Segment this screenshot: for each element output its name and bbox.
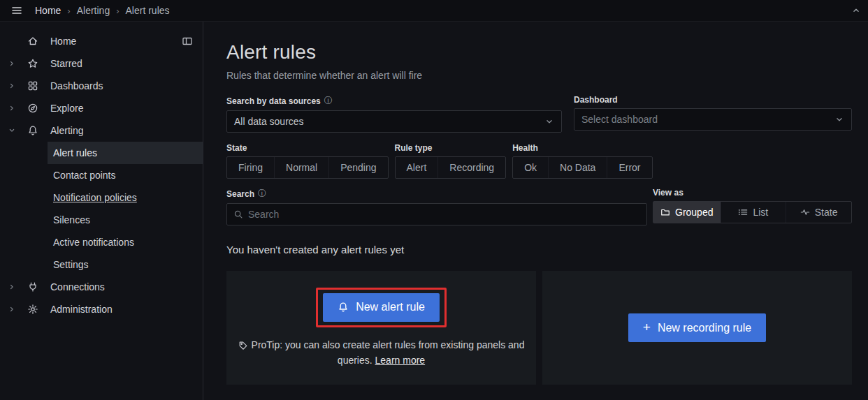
datasource-select[interactable]: All data sources — [226, 110, 562, 133]
folder-icon — [660, 207, 670, 217]
viewas-option-list[interactable]: List — [721, 202, 786, 223]
sidebar-item-explore[interactable]: Explore — [0, 97, 203, 119]
viewas-option-grouped[interactable]: Grouped — [653, 202, 721, 223]
viewas-label: View as — [653, 188, 852, 198]
info-icon: ⓘ — [258, 188, 266, 200]
chevron-down-icon — [544, 117, 554, 126]
page-title: Alert rules — [226, 41, 852, 64]
tag-icon — [238, 341, 248, 350]
sidebar-item-connections[interactable]: Connections — [0, 276, 203, 298]
label-text: Search by data sources — [226, 96, 321, 106]
dashboard-select-placeholder: Select dashboard — [581, 114, 834, 125]
new-alert-rule-panel: New alert rule ProTip: you can also crea… — [226, 271, 536, 385]
top-bar: Home › Alerting › Alert rules — [0, 0, 868, 22]
sidebar-item-label: Active notifications — [53, 237, 134, 248]
sidebar-item-home[interactable]: Home — [0, 30, 203, 52]
label-text: Dashboard — [574, 95, 618, 105]
menu-toggle-icon[interactable] — [7, 2, 27, 19]
state-radio-group: Firing Normal Pending — [226, 156, 389, 179]
chevron-right-icon[interactable] — [0, 305, 24, 313]
ruletype-option-alert[interactable]: Alert — [396, 157, 439, 178]
dashboard-select[interactable]: Select dashboard — [574, 108, 852, 131]
sidebar-item-label: Explore — [50, 103, 83, 114]
dock-menu-icon[interactable] — [182, 36, 193, 47]
option-label: List — [753, 207, 768, 218]
ruletype-radio-group: Alert Recording — [395, 156, 507, 179]
breadcrumb: Home › Alerting › Alert rules — [35, 5, 170, 16]
chevron-right-icon[interactable] — [0, 283, 24, 291]
main-content: Alert rules Rules that determine whether… — [203, 22, 868, 400]
new-alert-rule-button[interactable]: New alert rule — [323, 293, 440, 322]
state-option-pending[interactable]: Pending — [329, 157, 387, 178]
annotation-highlight-box: New alert rule — [316, 288, 447, 327]
chevron-right-icon[interactable] — [0, 59, 24, 68]
plug-icon — [24, 281, 42, 292]
empty-state-message: You haven't created any alert rules yet — [226, 244, 852, 255]
sidebar-item-label: Administration — [50, 304, 113, 315]
learn-more-link[interactable]: Learn more — [375, 355, 426, 366]
state-option-normal[interactable]: Normal — [275, 157, 329, 178]
empty-state-panels: New alert rule ProTip: you can also crea… — [226, 271, 852, 385]
health-option-nodata[interactable]: No Data — [549, 157, 607, 178]
dashboards-grid-icon — [24, 80, 42, 91]
sidebar-item-silences[interactable]: Silences — [48, 209, 203, 231]
breadcrumb-alert-rules[interactable]: Alert rules — [126, 5, 170, 16]
filter-row-selects: Search by data sources ⓘ All data source… — [226, 95, 852, 133]
breadcrumb-home[interactable]: Home — [35, 5, 61, 16]
health-filter-label: Health — [512, 143, 652, 153]
sidebar-item-label: Contact points — [53, 170, 116, 181]
sidebar-item-label: Alert rules — [53, 147, 97, 158]
filter-row-radios: State Firing Normal Pending Rule type Al… — [226, 143, 852, 179]
info-icon: ⓘ — [324, 95, 333, 107]
nav-sidebar: Home Starred — [0, 22, 203, 400]
sidebar-item-label: Silences — [53, 214, 90, 225]
sidebar-item-label: Settings — [53, 259, 89, 270]
option-label: Grouped — [675, 207, 713, 218]
bell-icon — [24, 125, 42, 136]
dashboard-filter-label: Dashboard — [574, 95, 852, 105]
datasource-filter-label: Search by data sources ⓘ — [226, 95, 562, 107]
sidebar-item-administration[interactable]: Administration — [0, 298, 203, 320]
bell-icon — [338, 302, 349, 313]
protip-text: ProTip: you can also create alert rules … — [231, 338, 533, 368]
state-filter-label: State — [226, 143, 389, 153]
sidebar-item-active-notifications[interactable]: Active notifications — [48, 231, 203, 253]
ruletype-option-recording[interactable]: Recording — [438, 157, 505, 178]
ruletype-filter-label: Rule type — [395, 143, 507, 153]
sidebar-item-alert-rules[interactable]: Alert rules — [48, 142, 203, 164]
sidebar-item-dashboards[interactable]: Dashboards — [0, 75, 203, 97]
grafana-app: Home › Alerting › Alert rules Home — [0, 0, 868, 400]
chevron-right-icon[interactable] — [0, 104, 24, 112]
list-icon — [738, 207, 748, 217]
chevron-right-icon[interactable] — [0, 82, 24, 90]
breadcrumb-separator: › — [116, 6, 119, 16]
gear-icon — [24, 304, 42, 315]
health-option-ok[interactable]: Ok — [513, 157, 549, 178]
sidebar-item-settings[interactable]: Settings — [48, 253, 203, 276]
sidebar-item-contact-points[interactable]: Contact points — [48, 164, 203, 186]
caret-up-icon[interactable] — [851, 6, 861, 15]
viewas-option-state[interactable]: State — [786, 202, 851, 223]
state-option-firing[interactable]: Firing — [227, 157, 275, 178]
health-radio-group: Ok No Data Error — [512, 156, 652, 179]
health-option-error[interactable]: Error — [607, 157, 651, 178]
chevron-down-icon[interactable] — [0, 126, 24, 135]
new-recording-rule-panel: + New recording rule — [542, 271, 852, 385]
star-icon — [24, 58, 42, 69]
plus-icon: + — [643, 320, 651, 334]
breadcrumb-alerting[interactable]: Alerting — [77, 5, 110, 16]
pulse-icon — [800, 207, 810, 217]
sidebar-item-label: Connections — [50, 281, 105, 292]
sidebar-item-starred[interactable]: Starred — [0, 52, 203, 75]
search-icon — [233, 209, 243, 219]
search-input[interactable] — [248, 209, 640, 220]
sidebar-item-label: Starred — [50, 58, 82, 69]
chevron-down-icon — [834, 114, 844, 124]
datasource-select-value: All data sources — [234, 116, 544, 127]
new-recording-rule-button[interactable]: + New recording rule — [628, 313, 766, 342]
sidebar-item-notification-policies[interactable]: Notification policies — [48, 186, 203, 209]
sidebar-item-alerting[interactable]: Alerting — [0, 119, 203, 142]
viewas-radio-group: Grouped List State — [653, 201, 852, 223]
page-subtitle: Rules that determine whether an alert wi… — [226, 70, 852, 81]
search-box — [226, 203, 647, 225]
